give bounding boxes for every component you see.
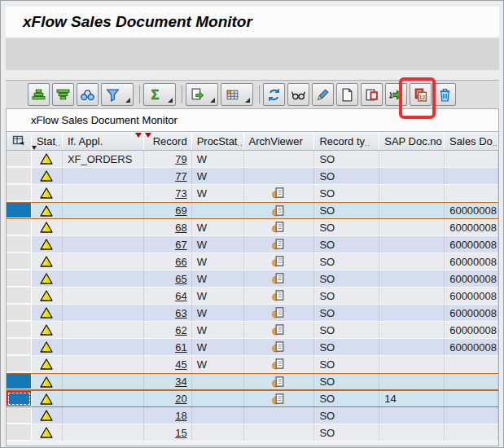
sap-doc-no-cell[interactable] (379, 288, 445, 304)
export-button[interactable] (186, 83, 218, 106)
record-cell[interactable]: 66 (144, 253, 192, 270)
record-type-cell[interactable]: SO (314, 339, 379, 355)
choose-layout-button[interactable] (221, 83, 253, 106)
record-number-link[interactable]: 67 (175, 239, 186, 251)
record-cell[interactable]: 69 (144, 203, 192, 218)
record-type-cell[interactable]: SO (314, 322, 379, 338)
record-cell[interactable]: 62 (144, 322, 192, 338)
grid-row-69[interactable]: 69 SO60000008 (7, 202, 498, 219)
if-appl-cell[interactable] (63, 322, 144, 338)
proc-stat-cell[interactable] (192, 424, 244, 441)
status-cell[interactable] (32, 374, 63, 389)
proc-stat-cell[interactable]: W (192, 322, 244, 338)
record-cell[interactable]: 34 (144, 374, 192, 389)
billing-document-button[interactable]: 12 (410, 83, 432, 106)
record-number-link[interactable]: 73 (175, 187, 186, 200)
grid-row-63[interactable]: 63W SO60000008 (7, 305, 498, 322)
proc-stat-cell[interactable]: W (192, 219, 244, 235)
edit-pencil-button[interactable] (312, 83, 334, 106)
archive-document-icon[interactable] (272, 376, 286, 389)
record-cell[interactable]: 20 (144, 391, 192, 406)
sap-doc-no-cell[interactable] (379, 203, 445, 218)
sap-doc-no-cell[interactable] (379, 374, 445, 389)
arch-viewer-cell[interactable] (244, 236, 315, 253)
arch-viewer-cell[interactable] (244, 185, 315, 201)
record-cell[interactable]: 77 (144, 168, 192, 184)
arch-viewer-cell[interactable] (244, 288, 315, 304)
arch-viewer-cell[interactable] (244, 270, 315, 287)
grid-row-34[interactable]: 34 SO (7, 373, 498, 390)
proc-stat-cell[interactable]: W (192, 288, 244, 304)
sap-doc-no-cell[interactable] (379, 322, 445, 338)
arch-viewer-cell[interactable] (244, 339, 315, 355)
proc-stat-cell[interactable]: W (192, 151, 244, 167)
create-document-button[interactable] (336, 83, 358, 106)
archive-document-icon[interactable] (272, 340, 286, 354)
record-type-cell[interactable]: SO (314, 185, 379, 201)
if-appl-cell[interactable] (63, 236, 144, 253)
sales-doc-cell[interactable]: 60000008 (445, 203, 498, 218)
record-cell[interactable]: 63 (144, 305, 192, 321)
sap-doc-no-cell[interactable] (379, 253, 445, 270)
row-selector[interactable] (7, 322, 32, 338)
record-type-cell[interactable]: SO (314, 219, 379, 235)
arch-viewer-cell[interactable] (244, 391, 315, 406)
sap-doc-no-cell[interactable] (379, 168, 445, 184)
status-cell[interactable] (32, 288, 63, 304)
record-number-link[interactable]: 79 (175, 153, 186, 165)
sap-doc-no-cell[interactable]: 14 (379, 391, 445, 406)
record-number-link[interactable]: 62 (175, 324, 186, 336)
record-number-link[interactable]: 77 (175, 170, 186, 182)
record-cell[interactable]: 67 (144, 236, 192, 253)
record-number-link[interactable]: 64 (175, 290, 186, 302)
archive-document-icon[interactable] (272, 323, 286, 336)
sales-doc-cell[interactable]: 60000008 (445, 305, 498, 321)
record-type-cell[interactable]: SO (314, 305, 379, 321)
arch-viewer-cell[interactable] (244, 322, 315, 338)
record-type-cell[interactable]: SO (314, 407, 379, 424)
arch-viewer-cell[interactable] (244, 305, 315, 321)
status-cell[interactable] (32, 151, 63, 167)
proc-stat-cell[interactable] (192, 203, 244, 218)
find-button[interactable] (77, 83, 99, 106)
export-dropdown-icon[interactable] (210, 98, 215, 103)
sap-doc-no-cell[interactable] (379, 151, 445, 167)
grid-row-66[interactable]: 66W SO60000008 (7, 253, 498, 270)
arch-viewer-cell[interactable] (244, 151, 315, 167)
arch-viewer-cell[interactable] (244, 203, 315, 218)
proc-stat-cell[interactable]: W (192, 270, 244, 287)
grid-row-18[interactable]: 18SO (7, 407, 498, 424)
proc-stat-cell[interactable]: W (192, 236, 244, 253)
grid-row-61[interactable]: 61W SO60000008 (7, 339, 498, 356)
archive-document-icon[interactable] (272, 221, 286, 234)
proc-stat-cell[interactable]: W (192, 339, 244, 355)
row-selector[interactable] (7, 356, 32, 372)
sales-doc-cell[interactable] (445, 424, 498, 441)
if-appl-cell[interactable] (63, 407, 144, 424)
status-cell[interactable] (32, 236, 63, 253)
if-appl-cell[interactable] (63, 305, 144, 321)
record-type-cell[interactable]: SO (314, 391, 379, 406)
record-number-link[interactable]: 63 (175, 307, 186, 319)
grid-row-68[interactable]: 68W SO60000008 (7, 219, 498, 236)
sap-doc-no-cell[interactable] (379, 424, 445, 441)
record-type-cell[interactable]: SO (314, 168, 379, 184)
status-cell[interactable] (32, 391, 63, 406)
if-appl-cell[interactable] (63, 288, 144, 304)
record-number-link[interactable]: 69 (175, 204, 186, 217)
if-appl-cell[interactable] (63, 356, 144, 372)
sap-doc-no-cell[interactable] (379, 305, 445, 321)
row-selector[interactable] (7, 219, 32, 235)
column-header-record_type[interactable]: Record ty.. (314, 132, 379, 150)
archive-document-icon[interactable] (272, 358, 286, 371)
sales-doc-cell[interactable] (445, 407, 498, 424)
sales-doc-cell[interactable] (445, 391, 498, 406)
status-cell[interactable] (32, 339, 63, 355)
sap-doc-no-cell[interactable] (379, 236, 445, 253)
record-cell[interactable]: 73 (144, 185, 192, 201)
row-selector[interactable] (7, 407, 32, 424)
column-header-proc_stat[interactable]: ProcStat.. (192, 132, 244, 150)
column-header-sales_doc[interactable]: Sales Do.. (445, 132, 498, 150)
sum-dropdown-icon[interactable] (168, 98, 173, 103)
grid-row-65[interactable]: 65W SO60000008 (7, 270, 498, 288)
